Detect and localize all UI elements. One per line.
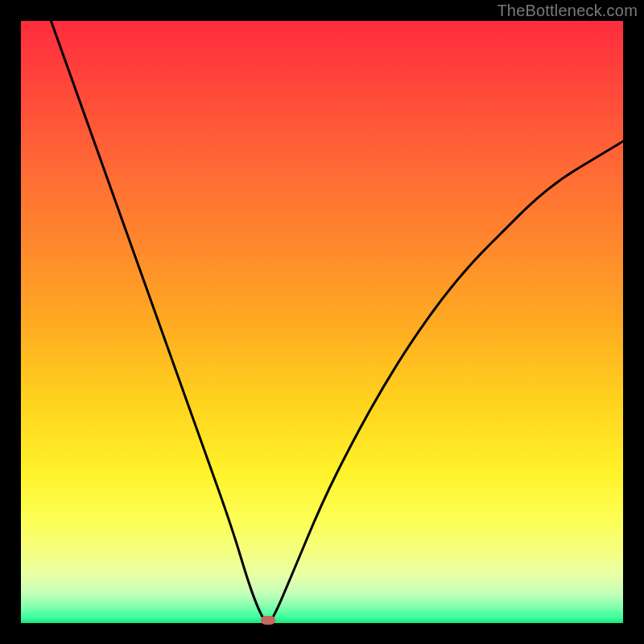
chart-frame: TheBottleneck.com — [0, 0, 644, 644]
chart-plot-area — [21, 21, 623, 623]
optimal-point-marker — [261, 616, 275, 625]
watermark-text: TheBottleneck.com — [497, 2, 638, 20]
bottleneck-curve — [21, 21, 623, 623]
